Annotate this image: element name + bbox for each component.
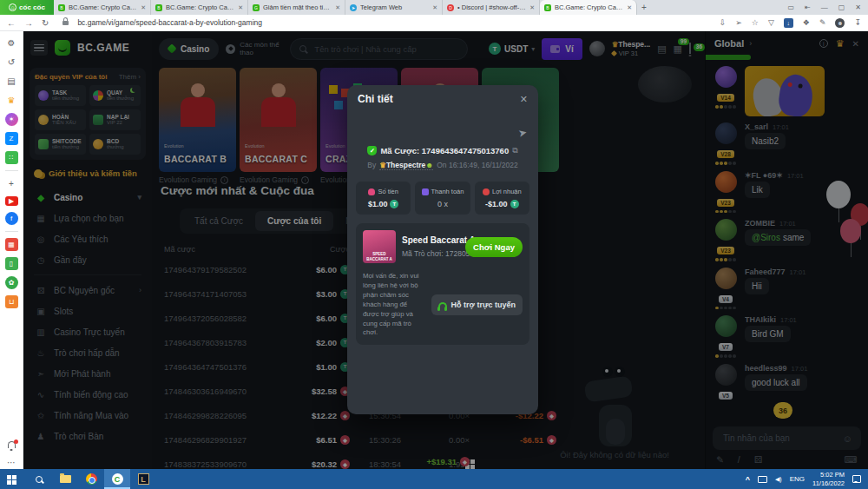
info-icon[interactable]: i [220,176,228,184]
avatar[interactable] [589,41,605,56]
chat-image-attachment[interactable] [745,66,825,116]
collapse-icon[interactable]: ⇤ [805,3,811,11]
tab-close-icon[interactable]: ✕ [238,4,243,11]
table-row[interactable]: 174846296829901927 $6.51◆ 15:30:26 0.00×… [164,427,556,452]
messenger-icon[interactable]: ✶ [5,113,18,126]
tab-close-icon[interactable]: ✕ [529,4,535,11]
menu-toggle-icon[interactable] [30,40,48,56]
shield-icon[interactable]: ▽ [768,18,774,27]
start-button[interactable] [0,469,26,489]
sidebar-item-table-games[interactable]: ♟ Trò chơi Bàn [23,426,152,446]
chat-message-input[interactable] [721,433,838,444]
file-explorer-icon[interactable] [52,469,78,489]
back-icon[interactable]: ← [7,18,16,28]
sidebar-item-favorites[interactable]: ◎ Các Yêu thích [23,228,152,249]
history-icon[interactable]: ↺ [5,56,18,69]
sidebar-item-picks[interactable]: ▦ Lựa chọn cho bạn [23,208,152,228]
extension-icon[interactable]: ❖ [803,18,810,27]
taskbar-clock[interactable]: 5:02 PM 11/16/2022 [812,471,845,487]
sidebar-item-hot-games[interactable]: ♨ Trò chơi hấp dẫn [23,342,152,363]
copy-icon[interactable]: ⧉ [512,146,517,155]
tab-my-bets[interactable]: Cược của tôi [255,211,333,231]
chat-message[interactable]: V23 ✶FL ●69✶17:01 Lik [713,171,861,214]
new-tab-button[interactable]: + [637,0,651,15]
games-icon[interactable]: ∷ [5,151,18,164]
tab-close-icon[interactable]: ✕ [627,4,632,11]
keyboard-icon[interactable]: ⌨ [845,454,858,465]
avatar[interactable] [715,364,737,386]
language-indicator[interactable]: ENG [790,475,805,483]
annotate-icon[interactable]: ✎ [819,18,826,27]
chat-message[interactable]: V14 [713,66,861,116]
browser-tab-4[interactable]: ➤ Telegram Web ✕ [345,0,443,15]
tray-expand-icon[interactable]: ^ [746,475,750,484]
add-icon[interactable]: + [5,177,18,190]
vip-tile-task[interactable]: TASKtiền thưởng [35,85,86,106]
crown-icon[interactable]: ♛ [5,94,18,107]
avatar[interactable] [715,315,737,337]
bookmark-star-icon[interactable]: ☆ [752,18,759,27]
volume-icon[interactable]: ◀) [775,476,782,483]
avatar[interactable] [715,171,737,193]
chat-close-icon[interactable]: ✕ [852,39,859,49]
sidebar-item-high-volatility[interactable]: ∿ Tính biến động cao [23,384,152,405]
browser-tab-2[interactable]: B BC.Game: Crypto Casino Ga ✕ [151,0,248,15]
chat-message[interactable]: V7 THAIkiki17:01 Bird GM [713,315,861,358]
save-page-icon[interactable]: ⇩ [720,18,727,27]
reader-mode-icon[interactable]: ▭ [787,3,794,11]
user-info[interactable]: ♛Thespe... VIP 31 [612,40,650,56]
notifications-icon[interactable] [8,441,16,448]
facebook-icon[interactable]: f [5,212,18,225]
settings-icon[interactable]: ⚙ [5,36,18,50]
wallet-button[interactable]: Ví [542,38,582,60]
sports-nav-button[interactable]: Các môn thể thao [226,41,283,56]
coccoc-brand-button[interactable]: ☺ cốc cốc [0,0,54,15]
youtube-icon[interactable]: ▶ [5,196,18,206]
live-support-button[interactable]: Hỗ trợ trực tuyến [431,294,523,315]
avatar[interactable] [715,122,737,144]
share-icon[interactable]: ➤ [517,126,529,140]
bell-icon[interactable] [689,43,691,54]
sidebar-item-casino[interactable]: ◆ Casino▾ [23,187,152,208]
sidebar-item-live-casino[interactable]: ▥ Casino Trực tuyến [23,321,152,342]
profile-icon[interactable]: ☻ [835,18,845,28]
share-icon[interactable]: ➢ [735,18,742,27]
chat-message[interactable]: V23 ZOMBIE17:01 @Sirossame [713,219,861,261]
avatar[interactable] [715,66,737,88]
search-input[interactable] [312,43,458,55]
forward-icon[interactable]: → [24,18,33,28]
quests-icon[interactable]: ▤ [657,43,666,55]
vip-tile-spin[interactable]: QUAYtiền thưởng [89,85,141,106]
sidebar-item-buy-feature[interactable]: ✩ Tính năng Mua vào [23,405,152,426]
modal-close-icon[interactable]: ✕ [520,94,528,105]
tab-close-icon[interactable]: ✕ [335,4,340,11]
bet-author-link[interactable]: ♛Thespectre☻ [379,161,433,170]
play-now-button[interactable]: Chơi Ngay [465,237,523,257]
more-icon[interactable]: ⋯ [5,456,18,469]
chevron-right-icon[interactable]: › [749,39,752,48]
zalo-icon[interactable]: Z [5,132,18,145]
idm-download-icon[interactable]: ↓ [784,18,793,28]
vip-more-link[interactable]: Thêm › [119,73,141,81]
avatar[interactable] [715,268,737,289]
leaf-icon[interactable]: ✿ [5,276,18,289]
tab-close-icon[interactable]: ✕ [141,4,146,11]
reading-list-icon[interactable]: ▤ [5,75,18,88]
referral-link[interactable]: Giới thiệu và kiếm tiền [23,160,152,185]
chrome-icon[interactable] [78,469,104,489]
maximize-button[interactable]: ▢ [838,3,845,11]
casino-nav-button[interactable]: Casino [159,38,219,60]
browser-tab-1[interactable]: B BC.Game: Crypto Casino Ga ✕ [54,0,151,15]
chat-message[interactable]: V5 heedless9917:01 good luck all [713,364,861,400]
emoji-icon[interactable]: ☺ [843,433,852,444]
info-icon[interactable]: i [301,176,309,184]
vip-tile-shitcode[interactable]: SHITCODEtiền thưởng [35,134,86,155]
sidebar-item-slots[interactable]: ▣ Slots [23,301,152,321]
sidebar-item-new-releases[interactable]: ➣ Mới Phát hành [23,363,152,384]
vip-tile-cashback[interactable]: HOÀNTIỀN XẤU [35,109,86,130]
lock-icon[interactable] [62,21,69,25]
network-icon[interactable] [758,476,767,483]
url-text[interactable]: bc.game/vi/game/speed-baccarat-a-by-evol… [77,18,262,27]
command-icon[interactable]: / [738,454,740,465]
browser-tab-3[interactable]: G Giảm tiền mặt theo tiến hóa ✕ [248,0,345,15]
